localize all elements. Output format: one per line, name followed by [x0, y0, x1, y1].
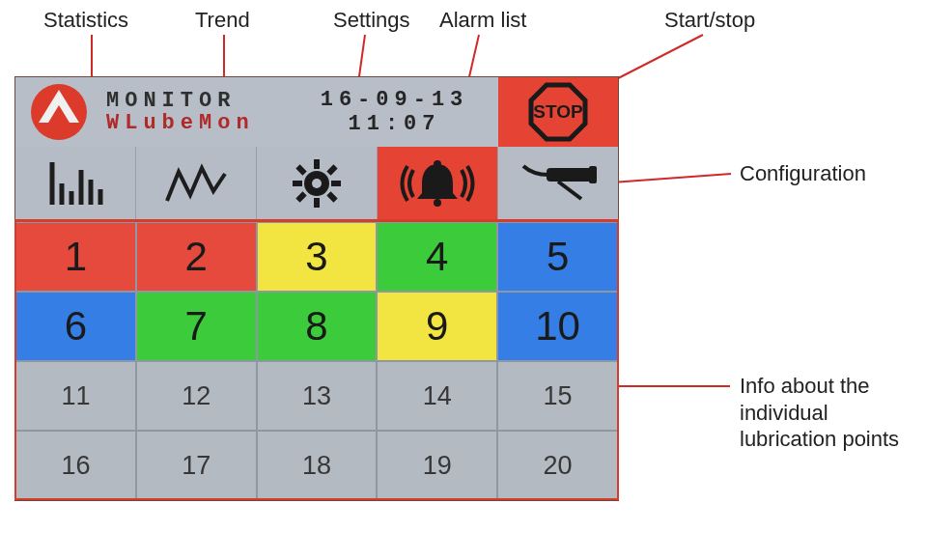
header-bar: MONITOR WLubeMon 16-09-13 11:07 STOP: [15, 77, 618, 147]
lubrication-point-grid: 1 2 3 4 5 6 7 8 9 10 11 12 13 14 15 16 1…: [15, 220, 618, 500]
label-grid-info: Info about the individual lubrication po…: [740, 373, 913, 453]
point-cell-2[interactable]: 2: [136, 222, 257, 292]
point-cell-15[interactable]: 15: [497, 361, 618, 431]
point-cell-3[interactable]: 3: [257, 222, 378, 292]
label-configuration: Configuration: [740, 161, 866, 186]
gear-icon: [293, 159, 341, 208]
point-cell-6[interactable]: 6: [15, 292, 136, 361]
svg-point-26: [434, 160, 441, 168]
point-cell-20[interactable]: 20: [497, 431, 618, 500]
svg-rect-22: [295, 191, 306, 202]
point-cell-18[interactable]: 18: [257, 431, 378, 500]
point-cell-9[interactable]: 9: [377, 292, 497, 361]
logo-icon: [29, 82, 89, 142]
settings-button[interactable]: [257, 147, 378, 220]
bar-chart-icon: [46, 162, 104, 205]
point-cell-4[interactable]: 4: [377, 222, 497, 292]
svg-point-24: [312, 179, 322, 188]
svg-rect-16: [314, 159, 320, 169]
datetime-display: 16-09-13 11:07: [291, 77, 498, 147]
point-cell-8[interactable]: 8: [257, 292, 378, 361]
trend-button[interactable]: [136, 147, 257, 220]
svg-rect-17: [314, 198, 320, 208]
date-value: 16-09-13: [321, 88, 469, 112]
point-cell-14[interactable]: 14: [377, 361, 497, 431]
point-cell-13[interactable]: 13: [257, 361, 378, 431]
point-cell-16[interactable]: 16: [15, 431, 136, 500]
svg-rect-18: [293, 181, 302, 186]
app-title: MONITOR WLubeMon: [102, 77, 291, 147]
svg-rect-23: [326, 191, 337, 202]
svg-rect-28: [589, 166, 597, 183]
label-trend: Trend: [195, 8, 250, 33]
time-value: 11:07: [348, 112, 440, 136]
title-line-2: WLubeMon: [106, 111, 291, 135]
device-screen: MONITOR WLubeMon 16-09-13 11:07 STOP: [14, 76, 619, 501]
configuration-button[interactable]: [498, 147, 618, 220]
statistics-button[interactable]: [15, 147, 136, 220]
title-line-1: MONITOR: [106, 89, 291, 113]
svg-rect-21: [326, 164, 337, 175]
svg-rect-20: [295, 164, 306, 175]
label-alarm-list: Alarm list: [439, 8, 526, 33]
label-start-stop: Start/stop: [664, 8, 755, 33]
point-cell-19[interactable]: 19: [377, 431, 497, 500]
point-cell-5[interactable]: 5: [497, 222, 618, 292]
toolbar: [15, 147, 618, 220]
alarm-list-button[interactable]: [378, 147, 498, 220]
brand-logo: [15, 77, 102, 147]
point-cell-11[interactable]: 11: [15, 361, 136, 431]
svg-rect-19: [331, 181, 341, 186]
trend-line-icon: [165, 162, 227, 205]
bell-alarm-icon: [400, 158, 475, 209]
grease-gun-icon: [519, 162, 597, 205]
stop-icon: STOP: [527, 81, 589, 143]
label-statistics: Statistics: [43, 8, 128, 33]
start-stop-button[interactable]: STOP: [498, 77, 618, 147]
svg-rect-27: [547, 168, 593, 182]
point-cell-1[interactable]: 1: [15, 222, 136, 292]
point-cell-17[interactable]: 17: [136, 431, 257, 500]
label-settings: Settings: [333, 8, 410, 33]
svg-line-29: [558, 182, 581, 199]
point-cell-7[interactable]: 7: [136, 292, 257, 361]
point-cell-10[interactable]: 10: [497, 292, 618, 361]
point-cell-12[interactable]: 12: [136, 361, 257, 431]
svg-point-25: [434, 199, 441, 207]
